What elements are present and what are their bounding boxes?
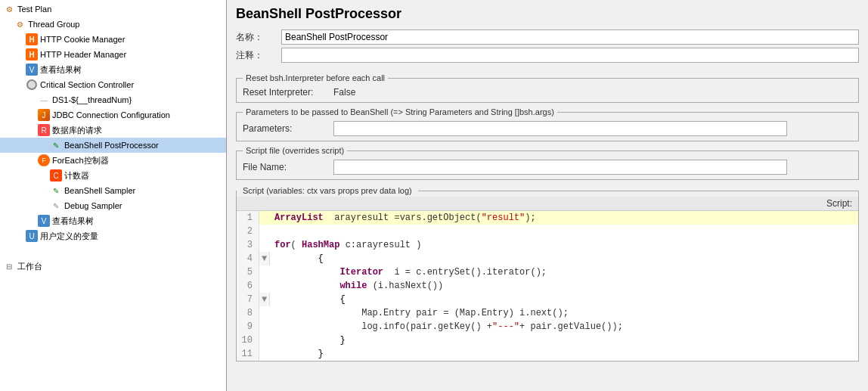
- sidebar-item-label: DS1-${__threadNum}: [52, 95, 132, 104]
- code-line-1: 1ArrayList arayresult =vars.getObject("r…: [237, 211, 858, 225]
- sidebar-item-debug-sampler[interactable]: ✎ Debug Sampler: [0, 198, 226, 213]
- line-number: 4: [237, 252, 259, 265]
- comment-input[interactable]: [281, 48, 859, 63]
- line-code: {: [270, 293, 346, 306]
- workbench-icon: ⊟: [3, 260, 15, 272]
- code-line-8: 8 Map.Entry pair = (Map.Entry) i.next();: [237, 306, 858, 320]
- line-code: log.info(pair.getKey() +"---"+ pair.getV…: [270, 320, 623, 334]
- line-code: Map.Entry pair = (Map.Entry) i.next();: [270, 306, 569, 320]
- sidebar-item-label: BeanShell Sampler: [64, 186, 135, 195]
- sidebar-workbench[interactable]: ⊟ 工作台: [0, 259, 226, 274]
- code-line-9: 9 log.info(pair.getKey() +"---"+ pair.ge…: [237, 320, 858, 334]
- sidebar-item-view-results2[interactable]: V 查看结果树: [0, 213, 226, 228]
- script-file-section-title: Script file (overrides script): [243, 146, 347, 155]
- sidebar-item-label: 查看结果树: [52, 216, 94, 227]
- sidebar-item-label: BeanShell PostProcessor: [64, 141, 159, 150]
- line-code: ArrayList arayresult =vars.getObject("re…: [270, 211, 536, 225]
- debug-sampler-icon: ✎: [50, 200, 62, 212]
- reset-value: False: [333, 87, 355, 98]
- script-header: Script:: [237, 197, 858, 211]
- file-name-row: File Name:: [243, 160, 852, 175]
- code-line-11: 11 }: [237, 347, 858, 361]
- ds1-icon: —: [38, 94, 50, 106]
- workbench-label: 工作台: [17, 261, 42, 272]
- name-label: 名称：: [236, 31, 281, 44]
- sidebar-item-user-vars[interactable]: U 用户定义的变量: [0, 228, 226, 244]
- beanshell-sampler-icon: ✎: [50, 185, 62, 197]
- line-number: 2: [237, 225, 259, 238]
- foreach-icon: F: [38, 154, 50, 166]
- sidebar-header-label: Test Plan: [17, 5, 51, 14]
- beanshell-post-icon: ✎: [50, 139, 62, 151]
- code-line-7: 7▼ {: [237, 293, 858, 306]
- main-content: BeanShell PostProcessor 名称： 注释： Reset bs…: [227, 0, 868, 391]
- sidebar-item-view-results1[interactable]: V 查看结果树: [0, 62, 226, 77]
- params-section: Parameters to be passed to BeanShell (=>…: [236, 107, 859, 141]
- line-number: 7: [237, 293, 259, 306]
- name-section: 名称： 注释：: [227, 26, 868, 69]
- reset-row: Reset Interpreter: False: [243, 87, 852, 98]
- sidebar-item-http-header[interactable]: H HTTP Header Manager: [0, 47, 226, 62]
- sidebar-item-beanshell-sampler[interactable]: ✎ BeanShell Sampler: [0, 183, 226, 198]
- line-number: 3: [237, 238, 259, 252]
- code-line-3: 3for( HashMap c:arayresult ): [237, 238, 858, 252]
- sidebar-item-label: ForEach控制器: [52, 155, 109, 166]
- page-title: BeanShell PostProcessor: [227, 0, 868, 26]
- view-results2-icon: V: [38, 215, 50, 227]
- jdbc-icon: J: [38, 109, 50, 121]
- script-section-title: Script (variables: ctx vars props prev d…: [237, 185, 418, 197]
- line-number: 10: [237, 334, 259, 347]
- sidebar-item-jdbc-config[interactable]: J JDBC Connection Configuration: [0, 107, 226, 123]
- line-code: }: [270, 334, 346, 347]
- script-body[interactable]: 1ArrayList arayresult =vars.getObject("r…: [237, 211, 858, 361]
- http-cookie-icon: H: [26, 33, 38, 45]
- code-line-5: 5 Iterator i = c.entrySet().iterator();: [237, 265, 858, 279]
- sidebar: ⚙ Test Plan ⚙ Thread Group H HTTP Cookie…: [0, 0, 227, 391]
- comment-label: 注释：: [236, 49, 281, 62]
- line-collapse[interactable]: ▼: [259, 252, 270, 265]
- line-number: 6: [237, 279, 259, 293]
- comment-row: 注释：: [236, 48, 859, 63]
- file-name-label: File Name:: [243, 162, 333, 172]
- sidebar-item-foreach-ctrl[interactable]: F ForEach控制器: [0, 153, 226, 168]
- user-vars-icon: U: [26, 230, 38, 242]
- name-input[interactable]: [281, 29, 859, 45]
- sidebar-header: ⚙ Test Plan: [0, 2, 226, 17]
- reset-label: Reset Interpreter:: [243, 87, 333, 98]
- params-input[interactable]: [333, 121, 787, 136]
- line-code: {: [270, 252, 324, 265]
- counter-icon: C: [50, 169, 62, 182]
- sidebar-item-beanshell-post[interactable]: ✎ BeanShell PostProcessor: [0, 138, 226, 153]
- sidebar-item-thread-group[interactable]: ⚙ Thread Group: [0, 17, 226, 32]
- line-code: Iterator i = c.entrySet().iterator();: [270, 265, 547, 279]
- critical-section-icon: [26, 79, 38, 91]
- line-code: while (i.hasNext()): [270, 279, 443, 293]
- db-request-icon: R: [38, 124, 50, 136]
- script-file-section: Script file (overrides script) File Name…: [236, 146, 859, 180]
- http-header-icon: H: [26, 48, 38, 61]
- sidebar-item-db-request[interactable]: R 数据库的请求: [0, 123, 226, 138]
- params-section-title: Parameters to be passed to BeanShell (=>…: [243, 107, 557, 116]
- sidebar-item-label: 查看结果树: [40, 64, 82, 76]
- reset-section: Reset bsh.Interpreter before each call R…: [236, 73, 859, 103]
- sidebar-item-ds1[interactable]: — DS1-${__threadNum}: [0, 92, 226, 107]
- sidebar-item-label: HTTP Header Manager: [40, 50, 126, 59]
- code-line-6: 6 while (i.hasNext()): [237, 279, 858, 293]
- sidebar-item-label: 用户定义的变量: [40, 231, 98, 242]
- line-number: 1: [237, 211, 259, 225]
- code-line-2: 2: [237, 225, 858, 238]
- line-number: 8: [237, 306, 259, 320]
- sidebar-item-label: Thread Group: [28, 20, 79, 29]
- params-row: Parameters:: [243, 121, 852, 136]
- line-collapse[interactable]: ▼: [259, 293, 270, 306]
- code-line-4: 4▼ {: [237, 252, 858, 265]
- name-row: 名称：: [236, 29, 859, 45]
- thread-group-icon: ⚙: [14, 18, 26, 30]
- sidebar-item-counter[interactable]: C 计数器: [0, 168, 226, 183]
- sidebar-item-critical-section[interactable]: Critical Section Controller: [0, 77, 226, 92]
- sidebar-item-http-cookie[interactable]: H HTTP Cookie Manager: [0, 32, 226, 47]
- file-name-input[interactable]: [333, 160, 787, 175]
- sidebar-item-label: HTTP Cookie Manager: [40, 35, 125, 44]
- params-label: Parameters:: [243, 123, 333, 134]
- sidebar-item-label: Debug Sampler: [64, 201, 122, 210]
